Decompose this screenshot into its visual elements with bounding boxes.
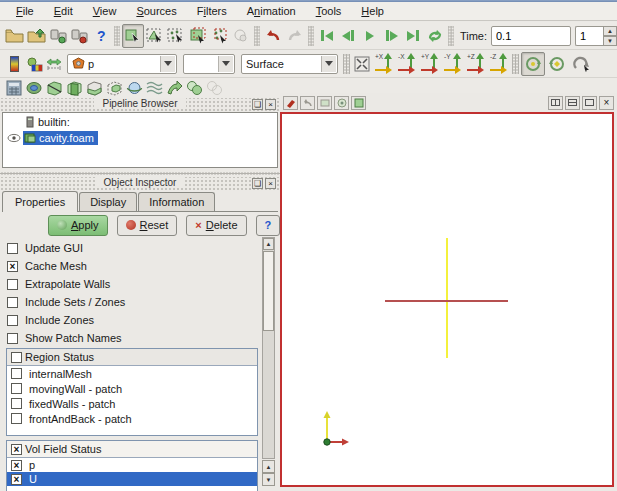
rescale-to-data-range-button[interactable] [44, 55, 64, 73]
loop-button[interactable] [424, 24, 446, 48]
toggle-color-legend-button[interactable] [4, 55, 24, 73]
visibility-eye-icon[interactable] [7, 133, 23, 143]
select-cells-on-button[interactable] [144, 24, 166, 48]
region-item-frontandback[interactable]: frontAndBack - patch [7, 411, 257, 426]
menu-file[interactable]: File [6, 3, 44, 19]
first-frame-button[interactable] [316, 24, 338, 48]
reset-button[interactable]: Reset [117, 215, 178, 236]
component-combobox[interactable] [183, 54, 235, 74]
view-settings-button[interactable] [351, 96, 366, 110]
rotate-camera-ccw-button[interactable] [545, 52, 569, 76]
camera-minus-y-button[interactable]: -Y [441, 52, 464, 75]
extract-level-button[interactable] [204, 79, 224, 97]
split-vertical-button[interactable] [565, 96, 580, 110]
dock-splitter[interactable] [0, 169, 280, 177]
pipeline-item-builtin[interactable]: builtin: [3, 113, 277, 129]
time-input[interactable] [491, 26, 571, 46]
field-list-scrollbar[interactable]: ▲ ▼ [262, 460, 275, 486]
tab-information[interactable]: Information [138, 192, 215, 211]
region-item-fixedwalls[interactable]: fixedWalls - patch [7, 396, 257, 411]
checkbox-box[interactable] [11, 383, 22, 394]
menu-help[interactable]: Help [351, 3, 394, 19]
help-button[interactable]: ? [91, 24, 113, 48]
camera-plus-x-button[interactable]: +X [372, 52, 395, 75]
hover-cells-button[interactable] [231, 24, 253, 48]
checkbox-cache-mesh[interactable]: × Cache Mesh [0, 257, 280, 275]
menu-animation[interactable]: Animation [237, 3, 306, 19]
checkbox-box[interactable] [11, 398, 22, 409]
capture-view-button[interactable] [334, 96, 349, 110]
close-panel-button[interactable]: × [265, 178, 276, 189]
contour-filter-button[interactable] [24, 79, 44, 97]
select-points-through-button[interactable] [209, 24, 231, 48]
undo-button[interactable] [262, 24, 284, 48]
extract-subset-button[interactable] [104, 79, 124, 97]
pipeline-item-cavity-foam[interactable]: cavity.foam [3, 129, 277, 145]
tab-display[interactable]: Display [79, 192, 137, 211]
close-panel-button[interactable]: × [265, 99, 276, 110]
region-status-header[interactable]: Region Status [7, 349, 257, 366]
disconnect-server-button[interactable] [69, 24, 91, 48]
slice-filter-button[interactable] [64, 79, 84, 97]
glyph-filter-button[interactable] [124, 79, 144, 97]
scroll-down-button[interactable]: ▼ [262, 473, 275, 486]
object-inspector-titlebar[interactable]: Object Inspector ❏ × [0, 177, 280, 191]
checkbox-box[interactable] [7, 315, 18, 326]
camera-redo-button[interactable] [317, 96, 332, 110]
clip-filter-button[interactable] [44, 79, 64, 97]
frame-down-button[interactable]: ▼ [603, 36, 617, 46]
vol-field-status-header[interactable]: × Vol Field Status [7, 441, 257, 458]
select-cells-through-button[interactable] [187, 24, 209, 48]
tab-properties[interactable]: Properties [2, 191, 78, 212]
menu-filters[interactable]: Filters [187, 3, 237, 19]
apply-button[interactable]: Apply [48, 215, 108, 236]
float-panel-button[interactable]: ❏ [252, 178, 263, 189]
checkbox-box[interactable] [7, 243, 18, 254]
edit-view-options-button[interactable] [283, 96, 298, 110]
warp-vector-button[interactable] [164, 79, 184, 97]
region-item-internalmesh[interactable]: internalMesh [7, 366, 257, 381]
checkbox-show-patch-names[interactable]: Show Patch Names [0, 329, 280, 347]
menu-sources[interactable]: Sources [126, 3, 186, 19]
menu-edit[interactable]: Edit [44, 3, 83, 19]
interact-3d-button[interactable] [122, 24, 144, 48]
color-by-combobox[interactable]: p [67, 54, 177, 74]
play-button[interactable] [359, 24, 381, 48]
frame-input[interactable] [575, 26, 603, 46]
checkbox-box[interactable] [11, 413, 22, 424]
float-panel-button[interactable]: ❏ [252, 99, 263, 110]
checkbox-update-gui[interactable]: Update GUI [0, 239, 280, 257]
last-frame-button[interactable] [402, 24, 424, 48]
menu-view[interactable]: View [83, 3, 127, 19]
checkbox-box[interactable]: × [7, 261, 18, 272]
reset-camera-button[interactable] [352, 55, 372, 73]
checkbox-box[interactable] [7, 297, 18, 308]
checkbox-box[interactable] [7, 279, 18, 290]
inspector-help-button[interactable]: ? [256, 215, 281, 236]
next-frame-button[interactable] [381, 24, 403, 48]
previous-frame-button[interactable] [338, 24, 360, 48]
scroll-up-button[interactable]: ▲ [263, 238, 274, 250]
checkbox-box[interactable]: × [11, 460, 22, 471]
rotate-90-button[interactable] [569, 52, 593, 76]
scrollbar-handle[interactable] [263, 251, 274, 331]
field-item-u[interactable]: × U [7, 472, 257, 486]
checkbox-box[interactable] [7, 333, 18, 344]
connect-server-button[interactable] [47, 24, 69, 48]
open-file-button[interactable] [4, 24, 26, 48]
edit-color-map-button[interactable] [24, 55, 44, 73]
render-viewport[interactable] [280, 112, 614, 487]
camera-undo-button[interactable] [300, 96, 315, 110]
properties-scrollbar[interactable]: ▲ [262, 237, 275, 459]
select-points-on-button[interactable] [166, 24, 188, 48]
pipeline-browser-titlebar[interactable]: Pipeline Browser ❏ × [0, 98, 280, 112]
stream-tracer-button[interactable] [144, 79, 164, 97]
save-data-button[interactable] [26, 24, 48, 48]
redo-button[interactable] [284, 24, 306, 48]
menu-tools[interactable]: Tools [306, 3, 352, 19]
threshold-filter-button[interactable] [84, 79, 104, 97]
close-view-button[interactable]: × [599, 96, 614, 110]
checkbox-box[interactable] [11, 352, 22, 363]
checkbox-include-sets-zones[interactable]: Include Sets / Zones [0, 293, 280, 311]
field-item-p[interactable]: × p [7, 458, 257, 472]
